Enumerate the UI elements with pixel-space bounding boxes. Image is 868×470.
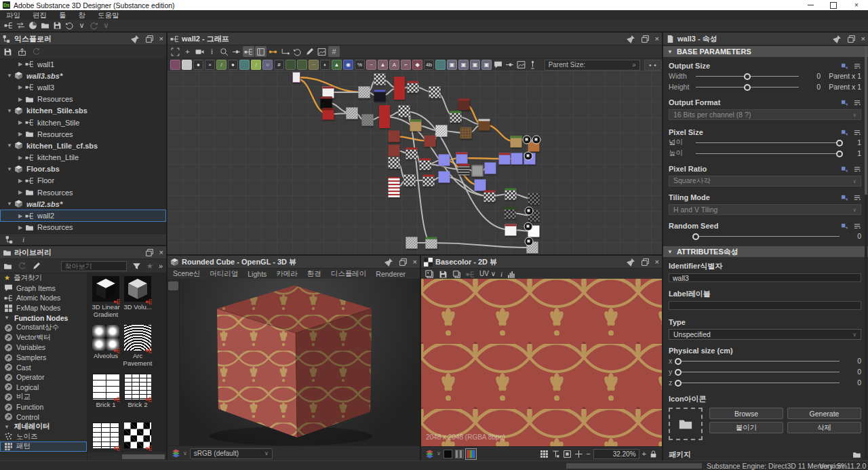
graph-node[interactable] (406, 237, 418, 249)
expand-arrow-icon[interactable]: ▼ (5, 142, 14, 149)
expand-arrow-icon[interactable]: ▶ (16, 213, 25, 219)
view2d-viewport[interactable]: 2048 x 2048 (RGBA 8bpc) (421, 279, 662, 446)
duplicate-image-icon[interactable] (425, 270, 434, 279)
explorer-item-resources[interactable]: ▶Resources (0, 187, 166, 198)
undo-icon[interactable] (293, 47, 302, 56)
noise-icon[interactable] (4, 432, 13, 441)
panel-icon[interactable] (256, 47, 265, 56)
transform-icon[interactable] (551, 450, 560, 458)
node-icon[interactable] (25, 60, 34, 68)
light-bulb-icon[interactable] (168, 294, 178, 303)
slider-handle[interactable] (836, 151, 843, 157)
slider-handle[interactable] (744, 73, 751, 80)
expand-arrow-icon[interactable]: ▼ (5, 201, 14, 207)
pinh-icon[interactable] (232, 47, 241, 56)
node-create-button-8[interactable]: ○ (262, 60, 273, 70)
button-generate[interactable]: Generate (787, 408, 861, 419)
slider-track[interactable] (696, 76, 799, 77)
output-badge[interactable] (524, 222, 533, 231)
explorer-item-resources[interactable]: ▶Resources (0, 222, 166, 233)
slider-track[interactable] (696, 87, 799, 87)
toolbar-save-button[interactable] (52, 20, 63, 31)
graph-node[interactable] (505, 224, 517, 236)
filter-icon[interactable] (132, 262, 141, 271)
library-item-제네레이터[interactable]: ▼제네레이터 (0, 422, 87, 432)
graph-node[interactable] (420, 159, 431, 170)
graph-node[interactable] (399, 106, 410, 117)
graph-tool-bubble[interactable] (493, 60, 504, 71)
explorer-item-kitchen-stile-sbs[interactable]: ▼kitchen_Stile.sbs (0, 105, 166, 117)
menu-item-창[interactable]: 창 (73, 10, 92, 20)
library-item-즐겨찾기[interactable]: ★즐겨찾기 (0, 273, 87, 283)
graph-node[interactable] (423, 175, 435, 187)
bubble-icon[interactable] (4, 283, 13, 292)
graph-node[interactable] (406, 148, 418, 159)
expand-arrow-icon[interactable]: ▶ (16, 155, 25, 161)
explorer-item-wall3-sbs-[interactable]: ▼wall3.sbs* (0, 70, 166, 81)
camera-icon[interactable] (168, 281, 178, 290)
graph-node[interactable] (528, 193, 540, 205)
layers-icon[interactable] (172, 449, 180, 458)
refresh-icon[interactable] (32, 47, 41, 56)
node-create-button-7[interactable]: / (251, 60, 261, 70)
pkg-icon[interactable] (14, 199, 23, 208)
button-browse[interactable]: Browse (709, 408, 783, 419)
lock-icon[interactable] (649, 450, 658, 458)
expand-arrow-icon[interactable]: ▶ (16, 119, 25, 125)
graph-node[interactable] (426, 237, 437, 249)
graph-node[interactable] (321, 97, 332, 109)
graph-node[interactable] (394, 77, 405, 100)
output-badge[interactable] (524, 152, 533, 161)
colorspace-select[interactable]: sRGB (default) ∨ (190, 448, 273, 459)
pkg-icon[interactable] (14, 106, 23, 115)
folder-icon[interactable] (25, 188, 34, 197)
expose-icon[interactable] (841, 62, 848, 70)
slider-track[interactable] (678, 383, 840, 383)
view3d-viewport[interactable] (167, 279, 420, 446)
graph-tool-imgbox[interactable] (316, 46, 328, 57)
node-create-button-23[interactable] (435, 60, 446, 70)
close-icon[interactable]: × (655, 258, 659, 266)
graph-node[interactable] (292, 72, 300, 83)
graph-node[interactable] (362, 115, 374, 126)
slider-track[interactable] (678, 361, 840, 361)
slider-handle[interactable] (675, 358, 682, 365)
explorer-item-resources[interactable]: ▶Resources (0, 128, 166, 140)
maximize-button[interactable] (822, 0, 845, 10)
slider-track[interactable] (678, 372, 840, 372)
expand-arrow-icon[interactable]: ▶ (16, 96, 25, 102)
save-icon[interactable] (439, 270, 448, 279)
library-thumb-alveolus[interactable] (92, 325, 119, 351)
graph-tool-pinh[interactable] (231, 46, 242, 57)
menu-item-파일[interactable]: 파일 (0, 10, 26, 20)
graph-tool-needle[interactable] (528, 60, 538, 71)
folder-icon[interactable] (25, 95, 34, 104)
minimize-button[interactable] (799, 0, 822, 10)
chevron-down-icon[interactable]: ∨ (437, 451, 441, 456)
float-icon[interactable] (847, 35, 856, 43)
move-icon[interactable]: + (183, 47, 192, 56)
expand-arrow-icon[interactable]: ▼ (5, 166, 14, 172)
output-badge[interactable] (525, 237, 534, 246)
toolbar-redo-button[interactable] (88, 20, 100, 31)
graph-tool-pencil[interactable] (304, 46, 315, 57)
view3d-tab-lights[interactable]: Lights (248, 270, 267, 278)
node-create-button-5[interactable]: ● (228, 60, 238, 70)
close-button[interactable]: × (845, 0, 868, 10)
save-icon[interactable] (3, 47, 12, 56)
explorer-item-kitchen-ltile-cf-sbs[interactable]: ▼kitchen_Ltile_cf.sbs (0, 140, 166, 151)
node-create-button-26[interactable]: ▣ (470, 60, 480, 70)
toolbar-swap-button[interactable] (15, 20, 26, 31)
graph-node[interactable] (408, 81, 419, 93)
library-thumb-item[interactable] (124, 423, 151, 448)
library-item-graph-items[interactable]: Graph Items (0, 283, 87, 294)
menu-item-편집[interactable]: 편집 (26, 10, 53, 20)
needle-icon[interactable] (528, 60, 537, 69)
node-icon[interactable] (4, 294, 13, 302)
library-thumb-brick-2[interactable] (124, 374, 151, 399)
library-item-atomic-nodes[interactable]: Atomic Nodes (0, 293, 87, 303)
caret-icon[interactable]: ∨ (77, 21, 86, 30)
graph-node[interactable] (439, 172, 450, 183)
explorer-item-floor-sbs[interactable]: ▼Floor.sbs (0, 163, 166, 175)
section-header-attributes속성[interactable]: ▼ATTRIBUTES속성 (663, 246, 868, 257)
